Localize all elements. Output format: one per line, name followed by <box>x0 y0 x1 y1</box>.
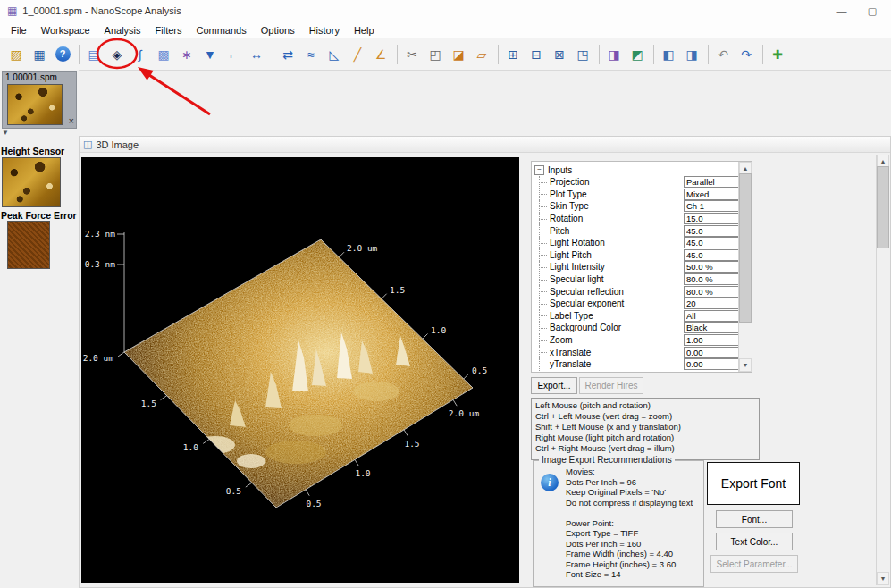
collapse-icon[interactable]: − <box>534 165 544 175</box>
property-label: Zoom <box>550 335 684 345</box>
open-file-tab-label: 1 00001.spm <box>5 72 57 82</box>
property-label: Light Intensity <box>550 262 684 272</box>
menu-help[interactable]: Help <box>347 25 382 36</box>
row-ytranslate: yTranslate <box>532 358 752 371</box>
property-label: Projection <box>550 177 684 187</box>
xy-drift-icon[interactable]: ⇄ <box>277 44 298 65</box>
width-icon[interactable]: ↔ <box>246 44 267 65</box>
workspace-left-icon[interactable]: ◧ <box>658 44 679 65</box>
flatten-icon[interactable]: ≈ <box>300 44 322 65</box>
erase-icon[interactable]: ◪ <box>448 44 469 65</box>
crop-split-icon[interactable]: ✂ <box>401 44 423 65</box>
properties-panel: − Inputs Projection Plot Type Skin Type … <box>531 161 752 373</box>
text-color-button[interactable]: Text Color... <box>716 533 793 550</box>
tab-list-chevron-icon[interactable]: ▼ <box>2 129 9 137</box>
select-parameter-button: Select Parameter... <box>710 555 798 573</box>
particle-analysis-icon[interactable]: ∗ <box>176 44 198 65</box>
close-tab-icon[interactable]: × <box>69 115 74 126</box>
paint-scanline-icon[interactable]: ▱ <box>471 44 492 65</box>
x-tick: 1.0 <box>355 468 370 478</box>
export-image-icon[interactable]: ⊟ <box>525 44 547 65</box>
row-label-type: Label Type <box>532 310 752 323</box>
toolbar-separator <box>498 45 499 64</box>
open-file-icon[interactable]: ▨ <box>5 44 27 65</box>
export-button[interactable]: Export... <box>531 377 577 394</box>
properties-scrollbar[interactable]: ▲ ▼ <box>738 162 752 372</box>
scroll-down-icon[interactable]: ▼ <box>739 358 752 372</box>
minimize-button[interactable]: — <box>827 0 857 21</box>
toolbar-separator <box>599 45 600 64</box>
zoom-region-icon[interactable]: ◰ <box>424 44 446 65</box>
right-tick: 1.5 <box>390 285 405 295</box>
viewport-3d[interactable]: 2.3 nm 0.3 nm 2.0 um 1.5 1.0 0.5 0.5 1.0… <box>81 157 519 583</box>
undo-icon[interactable]: ↶ <box>712 44 734 65</box>
surface-3d-icon[interactable]: ◈ <box>106 44 128 65</box>
report-icon[interactable]: ◳ <box>572 44 593 65</box>
workspace-right-icon[interactable]: ◨ <box>681 44 702 65</box>
maximize-button[interactable]: ▢ <box>857 0 887 21</box>
row-xtranslate: xTranslate <box>532 346 752 358</box>
scroll-thumb[interactable] <box>877 166 889 248</box>
menu-file[interactable]: File <box>4 25 34 36</box>
property-label: Label Type <box>550 311 684 321</box>
section-icon[interactable]: ∫ <box>130 44 151 65</box>
angle-icon[interactable]: ∠ <box>370 44 391 65</box>
toolbar-separator <box>762 45 763 64</box>
misc-analysis-icon[interactable]: ◩ <box>626 44 648 65</box>
menu-analysis[interactable]: Analysis <box>97 25 148 36</box>
step-icon[interactable]: ⌐ <box>223 44 244 65</box>
recommendations-legend: Image Export Recommendations <box>539 455 675 465</box>
row-zoom: Zoom <box>532 334 752 347</box>
recommendations-text: Movies: Dots Per Inch = 96 Keep Original… <box>566 466 693 580</box>
right-tick: 2.0 um <box>347 243 378 253</box>
roughness-icon[interactable]: ▩ <box>153 44 174 65</box>
file-thumbnail[interactable] <box>7 84 63 125</box>
y-tick: 1.5 <box>141 399 156 408</box>
multi-channel-image-icon[interactable]: ▤ <box>83 44 105 65</box>
panel-3d-icon: ◫ <box>83 139 92 150</box>
menu-workspace[interactable]: Workspace <box>34 25 97 36</box>
peak-force-error-thumbnail[interactable] <box>7 221 50 269</box>
right-tick: 1.0 <box>431 325 446 335</box>
menu-options[interactable]: Options <box>254 25 302 36</box>
ruler-icon[interactable]: ╱ <box>347 44 368 65</box>
channel-label-height-sensor: Height Sensor <box>1 146 64 156</box>
channel-label-peak-force-error: Peak Force Error <box>1 210 77 221</box>
inputs-root-row[interactable]: − Inputs <box>532 162 752 176</box>
row-plot-type: Plot Type <box>532 189 752 201</box>
scroll-down-icon[interactable]: ▼ <box>877 572 889 585</box>
menu-commands[interactable]: Commands <box>189 25 253 36</box>
open-file-tab[interactable]: 1 00001.spm × <box>2 71 77 129</box>
redo-icon[interactable]: ↷ <box>735 44 757 65</box>
stiffness-icon[interactable]: ◨ <box>603 44 625 65</box>
save-icon[interactable]: ▦ <box>29 44 50 65</box>
realtime-icon[interactable]: ✚ <box>767 44 788 65</box>
z-tick: 0.3 nm <box>85 259 116 269</box>
panel-header: ◫ 3D Image <box>80 137 890 153</box>
export-font-preview: Export Font <box>707 462 800 505</box>
mouse-help-box: Left Mouse (pitch and rotation) Ctrl + L… <box>531 398 760 460</box>
scroll-thumb[interactable] <box>739 173 752 323</box>
export-journal-icon[interactable]: ⊠ <box>549 44 570 65</box>
surface-plot: 2.3 nm 0.3 nm 2.0 um 1.5 1.0 0.5 0.5 1.0… <box>81 157 519 583</box>
property-label: Light Rotation <box>550 238 684 248</box>
nanoscope-analysis-window: ▦ 1_00001.spm - NanoScope Analysis — ▢ F… <box>0 0 891 588</box>
y-tick: 0.5 <box>226 486 241 496</box>
toolbar-separator <box>79 45 80 64</box>
row-pitch: Pitch <box>532 224 752 237</box>
plane-fit-icon[interactable]: ◺ <box>324 44 345 65</box>
depth-icon[interactable]: ▼ <box>199 44 221 65</box>
help-icon[interactable]: ? <box>52 44 73 65</box>
menu-filters[interactable]: Filters <box>148 25 189 36</box>
panel-scrollbar[interactable]: ▲ ▼ <box>876 155 889 585</box>
height-sensor-thumbnail[interactable] <box>2 157 61 207</box>
x-tick: 2.0 um <box>449 408 480 418</box>
window-title: 1_00001.spm - NanoScope Analysis <box>22 5 181 16</box>
menu-history[interactable]: History <box>302 25 347 36</box>
property-label: Specular light <box>550 274 684 284</box>
font-button[interactable]: Font... <box>716 510 793 528</box>
property-label: Pitch <box>550 226 684 236</box>
export-spreadsheet-icon[interactable]: ⊞ <box>502 44 524 65</box>
panel-3d-image: ◫ 3D Image <box>79 136 891 588</box>
annotation-arrow-shaft <box>149 75 210 114</box>
